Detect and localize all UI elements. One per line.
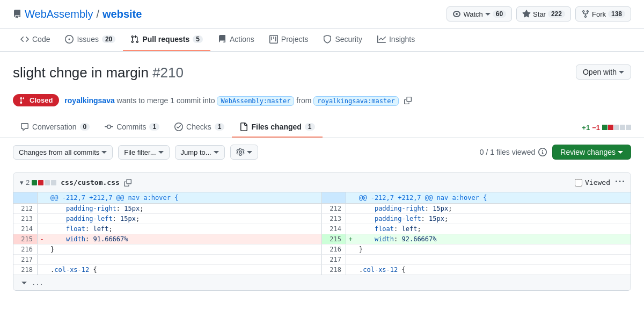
pr-tabs: Conversation 0 Commits 1 Checks 1 Files … [0,117,644,138]
pr-tab-files-changed[interactable]: Files changed 1 [232,117,322,138]
repo-title: WebAssembly / website [13,8,142,20]
star-icon [522,10,531,18]
tab-projects[interactable]: Projects [262,28,316,51]
checks-icon [174,123,183,131]
fork-icon [581,10,590,18]
diff-sq-green [602,125,608,130]
diff-left-218: 218 .col-xs-12 { [13,265,322,275]
copy-icon[interactable] [404,97,412,104]
actions-icon [218,35,226,44]
pr-tab-commits[interactable]: Commits 1 [97,117,167,138]
chevron-down-icon [619,69,624,75]
tab-pullrequests[interactable]: Pull requests 5 [123,28,210,51]
expand-ellipsis: ... [32,279,43,286]
pr-tab-checks[interactable]: Checks 1 [167,117,232,138]
tab-issues-label: Issues [77,35,98,44]
tab-prs-badge: 5 [193,35,203,43]
tab-insights-label: Insights [389,35,415,44]
viewed-label: Viewed [585,178,610,186]
sym [38,204,46,213]
sym [346,204,355,213]
tab-code[interactable]: Code [13,28,57,51]
pr-tab-commits-badge: 1 [149,123,159,131]
viewed-input[interactable] [575,179,582,186]
hunk-text-right: @@ -212,7 +212,7 @@ nav a:hover { [355,192,491,203]
tab-security[interactable]: Security [316,28,370,51]
chevron-down-icon [158,149,164,155]
open-with-label: Open with [583,68,617,76]
files-toolbar: Changes from all commits File filter... … [13,138,631,166]
diff-left-215-removed: 215 - width: 91.66667% [13,234,322,245]
review-changes-label: Review changes [560,148,616,156]
repo-sep: / [96,8,99,20]
files-icon [239,123,248,131]
repo-link[interactable]: website [103,8,142,20]
viewed-checkbox[interactable]: Viewed [575,178,610,186]
code: padding-right: 15px; [46,204,148,213]
diff-right-215-added: 215 + width: 92.66667% [322,234,631,245]
projects-icon [269,35,278,44]
diff-options-button[interactable] [616,177,624,188]
diff-stats: +1 −1 [582,124,631,132]
pr-title: slight chnge in margin #210 [13,64,184,81]
chevron-down-icon [618,149,623,155]
expand-down-button[interactable] [20,278,28,287]
chevron-down-icon [247,149,252,155]
code: padding-right: 15px; [355,204,456,213]
star-button[interactable]: Star 222 [516,6,571,21]
diff-sq-gray-1 [614,125,619,130]
fork-button[interactable]: Fork 138 [575,6,631,21]
pr-content: slight chnge in margin #210 Open with Cl… [0,52,644,291]
watch-count: 60 [493,10,506,18]
pr-meta: Closed royalkingsava wants to merge 1 co… [13,94,631,106]
diff-right-213: 213 padding-left: 15px; [322,214,631,224]
star-count: 222 [548,10,565,18]
open-with-button[interactable]: Open with [576,64,631,80]
code-icon [20,35,29,44]
diff-left-213: 213 padding-left: 15px; [13,214,322,224]
diff-right-217: 217 [322,255,631,265]
hunk-ln-right [322,192,346,203]
tab-issues[interactable]: Issues 20 [57,28,123,51]
changes-from-button[interactable]: Changes from all commits [13,145,113,160]
pr-status-badge: Closed [13,94,59,106]
tab-insights[interactable]: Insights [370,28,422,51]
diff-mini-stats [32,180,56,185]
pr-tab-files-label: Files changed [251,123,301,131]
pr-tab-conversation-badge: 0 [80,123,90,131]
diff-left-216: 216 } [13,245,322,255]
settings-button[interactable] [230,145,258,160]
jump-to-button[interactable]: Jump to... [175,145,225,160]
diff-sq-gray-3 [626,125,631,130]
collapse-diff-button[interactable]: ▾ 2 [20,178,56,186]
file-filter-label: File filter... [124,148,156,156]
file-filter-button[interactable]: File filter... [118,145,169,160]
fork-label: Fork [592,10,606,18]
diff-split-body: @@ -212,7 +212,7 @@ nav a:hover { @@ -21… [13,192,631,275]
files-viewed-text: 0 / 1 files viewed [480,148,536,156]
review-changes-button[interactable]: Review changes [552,145,631,160]
tab-prs-label: Pull requests [142,35,189,44]
diff-header: ▾ 2 css/custom.css Viewed [13,173,631,192]
watch-button[interactable]: Watch 60 [447,6,512,21]
diff-right-216: 216 } [322,245,631,255]
diff-left-214: 214 float: left; [13,224,322,234]
pr-target-branch: WebAssembly:master [217,96,294,106]
expand-down-icon [20,278,28,287]
changes-from-label: Changes from all commits [19,148,99,156]
watch-label: Watch [463,10,482,18]
tab-actions-label: Actions [230,35,254,44]
pr-author-link[interactable]: royalkingsava [64,96,114,105]
diff-expand-bottom: ... [13,275,631,290]
pr-tab-conversation[interactable]: Conversation 0 [13,117,97,138]
diff-right-214: 214 float: left; [322,224,631,234]
fork-count: 138 [608,10,625,18]
org-link[interactable]: WebAssembly [25,8,93,20]
diff-squares [602,125,631,130]
pr-commit-count: 1 commit [170,96,201,105]
tab-actions[interactable]: Actions [210,28,262,51]
top-nav: WebAssembly / website Watch 60 Star 222 … [0,0,644,28]
chevron-down-icon [485,11,491,17]
pr-status-label: Closed [30,96,53,104]
copy-filename-icon[interactable] [124,179,131,186]
